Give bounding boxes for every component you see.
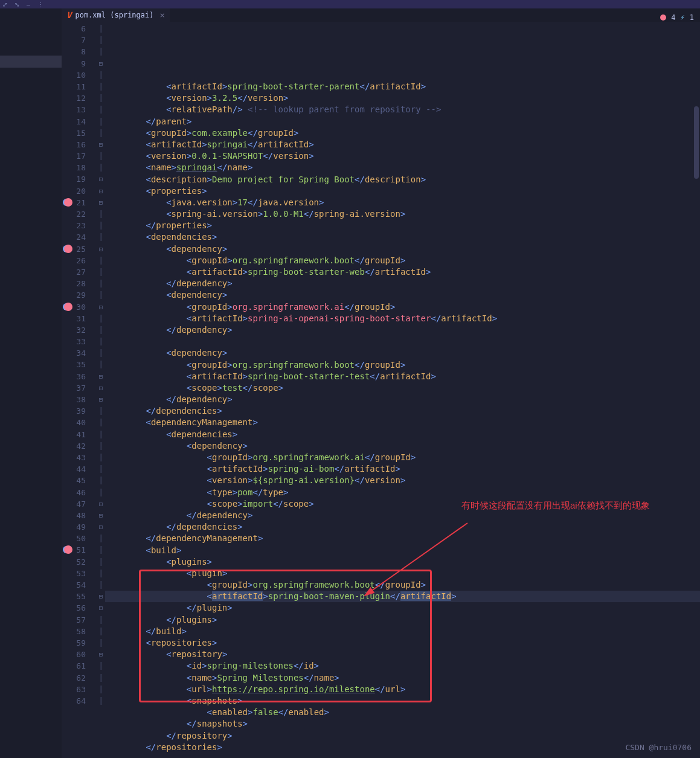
code-content[interactable]: 有时候这段配置没有用出现ai依赖找不到的现象 <artifactId>sprin…	[105, 22, 700, 758]
error-indicator-icon	[660, 14, 666, 21]
error-count: 4	[671, 13, 675, 22]
editor-area: V pom.xml (springai) × 4 ⚡ 1 67891011121…	[62, 8, 700, 758]
window-titlebar: ⤢ ⤡ — ⋮	[0, 0, 700, 8]
project-sidebar[interactable]	[0, 8, 62, 758]
collapse-icon[interactable]: ⤡	[14, 1, 19, 8]
more-icon[interactable]: ⋮	[37, 1, 43, 8]
maven-file-icon: V	[66, 10, 71, 20]
editor-status-indicators[interactable]: 4 ⚡ 1	[660, 13, 694, 22]
tab-pom-xml[interactable]: V pom.xml (springai) ×	[62, 8, 170, 22]
annotation-text: 有时候这段配置没有用出现ai依赖找不到的现象	[461, 499, 655, 512]
scrollbar-thumb[interactable]	[694, 106, 699, 179]
line-number-gutter[interactable]: 6789101112131415161718192021222324252627…	[62, 22, 97, 758]
action-indicator-icon: ⚡	[681, 13, 685, 22]
sidebar-active-item[interactable]	[0, 56, 62, 68]
watermark: CSDN @hrui0706	[625, 743, 692, 752]
expand-icon[interactable]: ⤢	[2, 1, 7, 8]
warn-count: 1	[690, 13, 694, 22]
fold-gutter[interactable]: │││⊟││││││⊟││⊟⊟⊟│││⊟││││⊟│││││⊟⊟⊟│││││││…	[97, 22, 105, 758]
minimize-icon[interactable]: —	[27, 1, 30, 8]
code-area[interactable]: 6789101112131415161718192021222324252627…	[62, 22, 700, 758]
close-icon[interactable]: ×	[159, 10, 164, 20]
editor-tabbar: V pom.xml (springai) ×	[62, 8, 700, 22]
tab-label: pom.xml (springai)	[75, 11, 153, 19]
